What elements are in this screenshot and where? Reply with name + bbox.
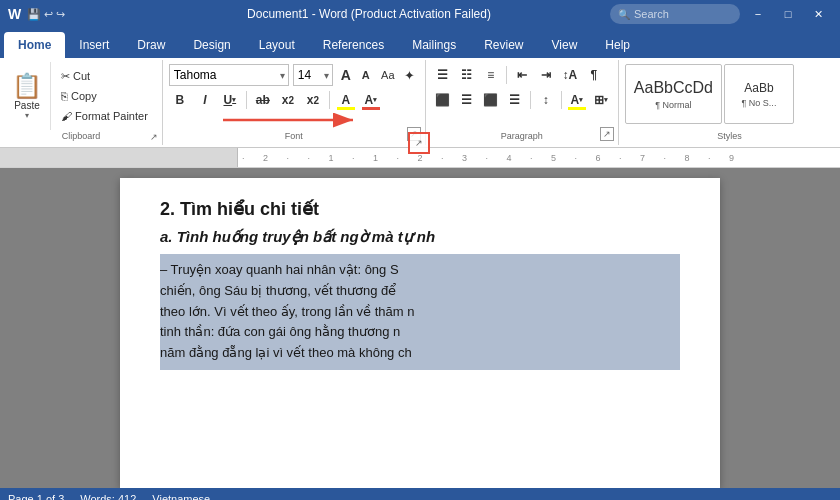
- doc-body-line2: chiến, ông Sáu bị thương, vết thương để: [160, 281, 680, 302]
- font-name-selector[interactable]: Tahoma: [169, 64, 289, 86]
- cut-icon: ✂: [61, 70, 73, 82]
- title-bar: W 💾 ↩ ↪ Document1 - Word (Product Activa…: [0, 0, 840, 28]
- ruler: · 2 · · 1 · 1 · 2 · 3 · 4 · 5 · 6 · 7 · …: [0, 148, 840, 168]
- tab-layout[interactable]: Layout: [245, 32, 309, 58]
- borders-button[interactable]: ⊞▾: [590, 89, 612, 111]
- show-marks-button[interactable]: ¶: [583, 64, 605, 86]
- text-highlight-button[interactable]: A: [335, 89, 357, 111]
- doc-body-line1: – Truyện xoay quanh hai nhân vật: ông S: [160, 260, 680, 281]
- format-separator-1: [246, 91, 247, 109]
- cut-label: Cut: [73, 70, 90, 82]
- status-bar: Page 1 of 3 Words: 412 Vietnamese: [0, 488, 840, 500]
- style-normal-label: ¶ Normal: [655, 100, 691, 110]
- word-logo-icon: W: [8, 6, 21, 22]
- word-count: Words: 412: [80, 493, 136, 500]
- tab-draw[interactable]: Draw: [123, 32, 179, 58]
- font-name-value: Tahoma: [174, 68, 217, 82]
- doc-subheading: a. Tình huống truyện bất ngờ mà tự nh: [160, 228, 680, 246]
- tab-help[interactable]: Help: [591, 32, 644, 58]
- bullets-button[interactable]: ☰: [432, 64, 454, 86]
- maximize-button[interactable]: □: [774, 4, 802, 24]
- clipboard-expand-button[interactable]: ↗: [148, 131, 160, 143]
- decrease-indent-button[interactable]: ⇤: [511, 64, 533, 86]
- ruler-white: · 2 · · 1 · 1 · 2 · 3 · 4 · 5 · 6 · 7 · …: [238, 148, 840, 167]
- ribbon-tab-bar: Home Insert Draw Design Layout Reference…: [0, 28, 840, 58]
- title-bar-left: W 💾 ↩ ↪: [8, 6, 128, 22]
- doc-body-line4: tinh thần: đứa con gái ông hằng thương n: [160, 322, 680, 343]
- numbering-button[interactable]: ☷: [456, 64, 478, 86]
- paragraph-group-label: Paragraph: [501, 131, 543, 141]
- paste-label: Paste: [14, 100, 40, 111]
- font-color-button[interactable]: A▾: [360, 89, 382, 111]
- paragraph-dialog-launcher[interactable]: ↗: [600, 127, 614, 141]
- tab-review[interactable]: Review: [470, 32, 537, 58]
- italic-button[interactable]: I: [194, 89, 216, 111]
- doc-body-line5: năm đằng đẵng lại vì vết theo mà không c…: [160, 343, 680, 364]
- change-case-button[interactable]: Aa: [379, 66, 397, 84]
- sort-button[interactable]: ↕A: [559, 64, 581, 86]
- search-icon: 🔍: [618, 9, 630, 20]
- tab-design[interactable]: Design: [179, 32, 244, 58]
- line-spacing-button[interactable]: ↕: [535, 89, 557, 111]
- clear-format-button[interactable]: ✦: [401, 66, 419, 84]
- style-no-spacing[interactable]: AaBb ¶ No S...: [724, 64, 794, 124]
- tab-references[interactable]: References: [309, 32, 398, 58]
- format-painter-button[interactable]: 🖌 Format Painter: [57, 109, 152, 123]
- font-dialog-launcher[interactable]: ↗: [407, 127, 421, 141]
- subscript-button[interactable]: x2: [277, 89, 299, 111]
- ruler-mark: · 2 · · 1 · 1 · 2 · 3 · 4 · 5 · 6 · 7 · …: [242, 153, 742, 163]
- paste-icon: 📋: [12, 72, 42, 100]
- doc-body-line3: theo lớn. Vì vết theo ấy, trong lần về t…: [160, 302, 680, 323]
- ruler-gray-left: [0, 148, 238, 167]
- document-page: 2. Tìm hiểu chi tiết a. Tình huống truyệ…: [120, 178, 720, 488]
- window-title: Document1 - Word (Product Activation Fai…: [128, 7, 610, 21]
- align-center-button[interactable]: ☰: [456, 89, 478, 111]
- clipboard-group: 📋 Paste ▾ ✂ Cut ⎘ Copy 🖌 Format Painter: [0, 60, 163, 145]
- font-group: Tahoma 14 A A Aa ✦ B I U▾ ab x2 x2 A A▾ …: [163, 60, 426, 145]
- doc-heading: 2. Tìm hiểu chi tiết: [160, 198, 680, 220]
- tab-mailings[interactable]: Mailings: [398, 32, 470, 58]
- copy-icon: ⎘: [61, 90, 71, 102]
- align-left-button[interactable]: ⬛: [432, 89, 454, 111]
- paste-dropdown-icon: ▾: [25, 111, 29, 120]
- shading-button[interactable]: A▾: [566, 89, 588, 111]
- style-no-spacing-preview: AaBb: [744, 81, 773, 95]
- increase-indent-button[interactable]: ⇥: [535, 64, 557, 86]
- multilevel-list-button[interactable]: ≡: [480, 64, 502, 86]
- align-right-button[interactable]: ⬛: [480, 89, 502, 111]
- format-painter-label: Format Painter: [75, 110, 148, 122]
- font-group-label: Font: [285, 131, 303, 141]
- styles-group: AaBbCcDd ¶ Normal AaBb ¶ No S... Styles: [619, 60, 840, 145]
- tab-home[interactable]: Home: [4, 32, 65, 58]
- tab-view[interactable]: View: [538, 32, 592, 58]
- cut-button[interactable]: ✂ Cut: [57, 69, 152, 84]
- font-decrease-button[interactable]: A: [357, 66, 375, 84]
- document-area: 2. Tìm hiểu chi tiết a. Tình huống truyệ…: [0, 168, 840, 488]
- para-sep-3: [561, 91, 562, 109]
- font-increase-button[interactable]: A: [337, 66, 355, 84]
- underline-button[interactable]: U▾: [219, 89, 241, 111]
- clipboard-group-label: Clipboard: [0, 131, 162, 141]
- style-normal-preview: AaBbCcDd: [634, 78, 713, 97]
- paragraph-group: ☰ ☷ ≡ ⇤ ⇥ ↕A ¶ ⬛ ☰ ⬛ ☰ ↕ A▾ ⊞▾ Paragraph…: [426, 60, 619, 145]
- format-separator-2: [329, 91, 330, 109]
- superscript-button[interactable]: x2: [302, 89, 324, 111]
- tab-insert[interactable]: Insert: [65, 32, 123, 58]
- styles-group-label: Styles: [717, 131, 742, 141]
- strikethrough-button[interactable]: ab: [252, 89, 274, 111]
- bold-button[interactable]: B: [169, 89, 191, 111]
- doc-body: – Truyện xoay quanh hai nhân vật: ông S …: [160, 254, 680, 370]
- paste-button[interactable]: 📋 Paste ▾: [4, 62, 51, 130]
- minimize-button[interactable]: −: [744, 4, 772, 24]
- copy-button[interactable]: ⎘ Copy: [57, 89, 152, 103]
- para-sep-2: [530, 91, 531, 109]
- format-painter-icon: 🖌: [61, 110, 75, 122]
- close-button[interactable]: ✕: [804, 4, 832, 24]
- font-size-selector[interactable]: 14: [293, 64, 333, 86]
- font-size-value: 14: [298, 68, 311, 82]
- style-normal[interactable]: AaBbCcDd ¶ Normal: [625, 64, 722, 124]
- ribbon-content: 📋 Paste ▾ ✂ Cut ⎘ Copy 🖌 Format Painter: [0, 58, 840, 148]
- search-placeholder: Search: [634, 8, 669, 20]
- page-info: Page 1 of 3: [8, 493, 64, 500]
- justify-button[interactable]: ☰: [504, 89, 526, 111]
